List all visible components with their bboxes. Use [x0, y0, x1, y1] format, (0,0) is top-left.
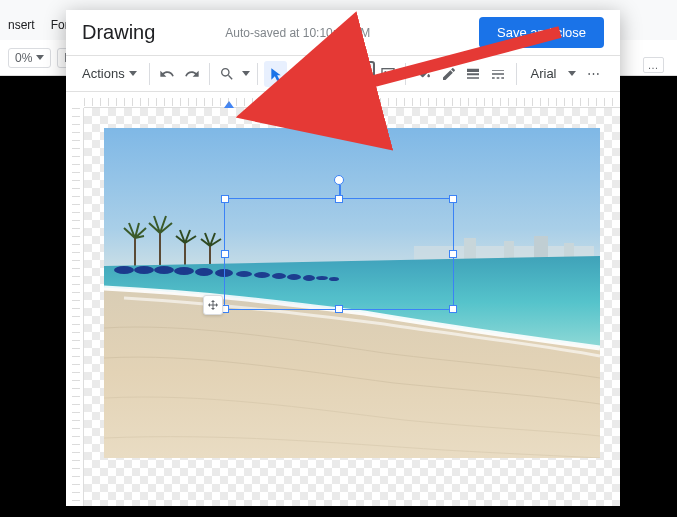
svg-point-16 — [134, 266, 154, 274]
zoom-dropdown[interactable] — [241, 71, 252, 76]
svg-point-19 — [195, 268, 213, 276]
undo-button[interactable] — [156, 61, 179, 87]
separator — [149, 63, 150, 85]
svg-rect-11 — [134, 238, 136, 268]
font-selector[interactable]: Arial — [523, 66, 565, 81]
line-dropdown[interactable] — [314, 71, 325, 76]
svg-rect-1 — [337, 73, 344, 80]
shape-tool[interactable] — [326, 61, 349, 87]
bg-right-tools: … — [631, 52, 675, 78]
rotate-handle[interactable] — [334, 175, 344, 185]
drawing-toolbar: Actions — [66, 56, 620, 92]
resize-handle-br[interactable] — [449, 305, 457, 313]
separator — [405, 63, 406, 85]
resize-handle-tr[interactable] — [449, 195, 457, 203]
separator — [516, 63, 517, 85]
separator — [209, 63, 210, 85]
border-color-button[interactable] — [437, 61, 460, 87]
dialog-header: Drawing Auto-saved at 10:10:11 AM Save a… — [66, 10, 620, 56]
separator — [257, 63, 258, 85]
svg-point-4 — [384, 71, 386, 73]
indent-marker-icon[interactable] — [224, 101, 234, 108]
zoom-selector[interactable]: 0% — [8, 48, 51, 68]
more-options-button[interactable]: ⋯ — [579, 66, 610, 81]
svg-rect-13 — [184, 243, 186, 268]
resize-handle-mr[interactable] — [449, 250, 457, 258]
border-dash-button[interactable] — [487, 61, 510, 87]
actions-menu[interactable]: Actions — [76, 62, 143, 85]
dialog-title: Drawing — [82, 21, 155, 44]
resize-handle-tl[interactable] — [221, 195, 229, 203]
svg-point-17 — [154, 266, 174, 274]
line-tool[interactable] — [289, 61, 312, 87]
select-tool[interactable] — [264, 61, 287, 87]
vertical-ruler[interactable] — [66, 108, 84, 506]
svg-rect-12 — [159, 233, 161, 268]
text-box-tool[interactable] — [351, 61, 374, 87]
drawing-dialog: Drawing Auto-saved at 10:10:11 AM Save a… — [66, 10, 620, 506]
image-tool[interactable] — [377, 61, 400, 87]
resize-handle-tm[interactable] — [335, 195, 343, 203]
zoom-button[interactable] — [216, 61, 239, 87]
resize-handle-bm[interactable] — [335, 305, 343, 313]
font-dropdown[interactable] — [567, 71, 578, 76]
drawing-canvas[interactable] — [84, 108, 620, 506]
border-weight-button[interactable] — [462, 61, 485, 87]
horizontal-ruler[interactable] — [84, 92, 620, 108]
svg-point-15 — [114, 266, 134, 274]
text-box-selection[interactable] — [224, 198, 454, 310]
insert-menu[interactable]: nsert — [8, 18, 35, 32]
canvas-area — [66, 92, 620, 506]
save-and-close-button[interactable]: Save and close — [479, 17, 604, 48]
autosave-status: Auto-saved at 10:10:11 AM — [225, 26, 479, 40]
inserted-image[interactable] — [104, 128, 600, 458]
drag-handle-icon[interactable] — [203, 295, 223, 315]
fill-color-button[interactable] — [412, 61, 435, 87]
redo-button[interactable] — [180, 61, 203, 87]
resize-handle-ml[interactable] — [221, 250, 229, 258]
svg-point-18 — [174, 267, 194, 275]
